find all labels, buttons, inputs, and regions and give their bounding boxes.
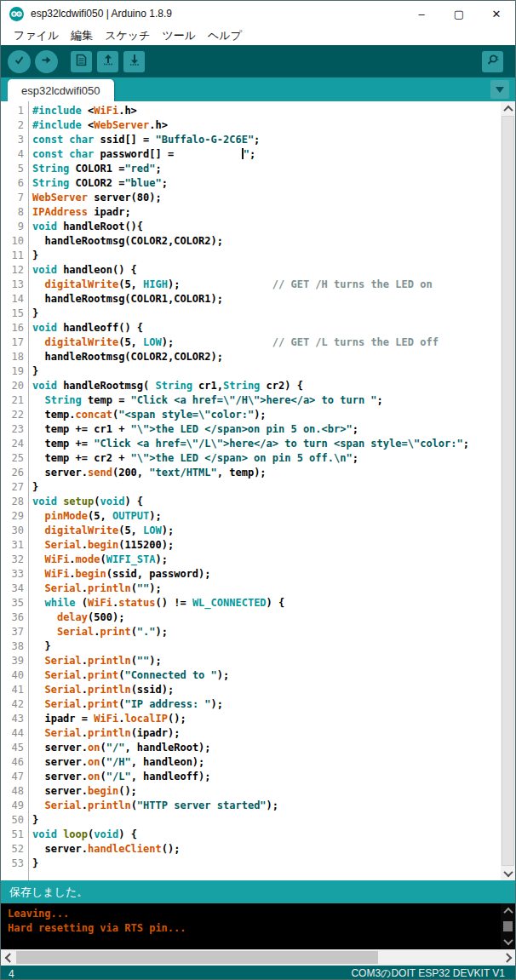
code-line[interactable]: server.handleClient(); (32, 842, 501, 857)
code-line[interactable]: void handleRoot(){ (32, 220, 501, 234)
window-title: esp32lcdwifi050 | Arduino 1.8.9 (31, 8, 403, 20)
code-line[interactable]: Serial.print("Connected to "); (32, 668, 501, 683)
editor-vertical-scrollbar[interactable] (501, 101, 515, 880)
tab-menu-button[interactable] (490, 80, 509, 99)
code-line[interactable]: void setup(void) { (32, 495, 501, 509)
code-line[interactable]: } (32, 249, 501, 263)
code-line[interactable]: String temp = "Click <a href=\"/H\">here… (32, 393, 501, 408)
editor-scroll-thumb[interactable] (502, 116, 514, 866)
code-line[interactable]: Serial.println(ipadr); (32, 726, 501, 741)
verify-button[interactable] (8, 50, 31, 73)
code-line[interactable]: Serial.begin(115200); (32, 538, 501, 553)
code-line[interactable]: temp += cr1 + "\">the LED </span>on pin … (32, 422, 501, 437)
new-sketch-button[interactable] (71, 51, 92, 72)
line-number: 29 (1, 509, 28, 524)
open-button[interactable] (97, 51, 118, 72)
maximize-button[interactable]: ▢ (440, 1, 478, 26)
code-line[interactable]: #include <WiFi.h> (32, 104, 501, 118)
code-line[interactable]: } (32, 639, 501, 654)
code-line[interactable]: } (32, 480, 501, 495)
scroll-up-icon[interactable] (501, 905, 515, 917)
scroll-right-icon[interactable] (501, 950, 515, 965)
code-line[interactable]: Serial.println(""); (32, 654, 501, 668)
tab-strip: esp32lcdwifi050 (1, 77, 515, 101)
line-number: 38 (1, 639, 28, 654)
arrow-right-icon (41, 54, 52, 69)
menu-help[interactable]: ヘルプ (202, 28, 248, 43)
scroll-down-icon[interactable] (501, 866, 515, 880)
code-line[interactable]: IPAddress ipadr; (32, 205, 501, 220)
code-line[interactable]: server.on("/L", handleoff); (32, 770, 501, 784)
close-button[interactable]: ✕ (478, 1, 515, 26)
code-line[interactable]: delay(500); (32, 610, 501, 625)
code-line[interactable]: Serial.println("HTTP server started"); (32, 799, 501, 813)
line-number-gutter: 1234567891011121314151617181920212223242… (1, 101, 29, 880)
code-line[interactable]: temp += "Click <a href=\"/L\">here</a> t… (32, 437, 501, 451)
serial-monitor-button[interactable] (482, 51, 503, 72)
code-line[interactable]: temp += cr2 + "\">the LED </span> on pin… (32, 451, 501, 466)
code-line[interactable]: digitalWrite(5, HIGH); // GET /H turns t… (32, 278, 501, 292)
code-line[interactable]: Serial.println(ssid); (32, 683, 501, 697)
code-line[interactable]: void handleoff() { (32, 321, 501, 335)
scroll-up-icon[interactable] (501, 101, 515, 116)
code-line[interactable]: server.on("/H", handleon); (32, 755, 501, 770)
code-line[interactable]: server.send(200, "text/HTML", temp); (32, 466, 501, 480)
code-line[interactable]: server.begin(); (32, 784, 501, 799)
code-line[interactable]: const char password[] = "; (32, 147, 501, 162)
code-line[interactable]: server.on("/", handleRoot); (32, 741, 501, 755)
code-line[interactable]: void handleRootmsg( String cr1,String cr… (32, 379, 501, 393)
line-number: 19 (1, 364, 28, 379)
code-line[interactable]: } (32, 307, 501, 321)
board-port-label: COM3のDOIT ESP32 DEVKIT V1 (351, 966, 505, 980)
scroll-left-icon[interactable] (1, 950, 15, 965)
line-number: 49 (1, 799, 28, 813)
menu-tools[interactable]: ツール (156, 28, 202, 43)
code-line[interactable]: while (WiFi.status() != WL_CONNECTED) { (32, 596, 501, 610)
console-line: Hard resetting via RTS pin... (8, 921, 498, 936)
code-line[interactable]: temp.concat("<span style=\"color:"); (32, 408, 501, 422)
upload-button[interactable] (35, 50, 58, 73)
line-number: 15 (1, 307, 28, 321)
code-line[interactable]: void handleon() { (32, 263, 501, 278)
code-line[interactable]: String COLOR1 ="red"; (32, 162, 501, 176)
code-line[interactable]: WebServer server(80); (32, 191, 501, 205)
code-line[interactable]: WiFi.mode(WIFI_STA); (32, 553, 501, 567)
horizontal-scroll-thumb[interactable] (16, 951, 378, 964)
line-number: 24 (1, 437, 28, 451)
code-line[interactable]: } (32, 857, 501, 871)
save-button[interactable] (123, 51, 145, 72)
code-line[interactable]: digitalWrite(5, LOW); (32, 524, 501, 538)
minimize-button[interactable]: – (403, 1, 440, 26)
code-line[interactable]: pinMode(5, OUTPUT); (32, 509, 501, 524)
code-line[interactable]: } (32, 364, 501, 379)
code-line[interactable]: String COLOR2 ="blue"; (32, 176, 501, 191)
menu-bar: ファイル 編集 スケッチ ツール ヘルプ (1, 26, 515, 45)
code-line[interactable]: handleRootmsg(COLOR1,COLOR1); (32, 292, 501, 307)
title-bar: esp32lcdwifi050 | Arduino 1.8.9 – ▢ ✕ (1, 1, 515, 26)
line-number: 23 (1, 422, 28, 437)
code-line[interactable]: WiFi.begin(ssid, password); (32, 567, 501, 582)
line-number: 13 (1, 278, 28, 292)
code-line[interactable]: Serial.println(""); (32, 582, 501, 596)
code-line[interactable]: Serial.print("IP address: "); (32, 697, 501, 712)
code-line[interactable]: } (32, 813, 501, 828)
console-vertical-scrollbar[interactable] (501, 903, 515, 949)
tab-esp32lcdwifi050[interactable]: esp32lcdwifi050 (8, 79, 114, 101)
menu-sketch[interactable]: スケッチ (99, 28, 156, 43)
code-line[interactable]: handleRootmsg(COLOR2,COLOR2); (32, 350, 501, 364)
code-editor[interactable]: 1234567891011121314151617181920212223242… (1, 101, 515, 880)
code-line[interactable]: Serial.print("."); (32, 625, 501, 639)
console-scroll-thumb[interactable] (503, 921, 513, 931)
horizontal-scrollbar[interactable] (1, 949, 515, 966)
code-area[interactable]: #include <WiFi.h>#include <WebServer.h>c… (29, 101, 501, 880)
menu-edit[interactable]: 編集 (65, 28, 99, 43)
code-line[interactable]: #include <WebServer.h> (32, 118, 501, 133)
code-line[interactable]: digitalWrite(5, LOW); // GET /L turns th… (32, 335, 501, 350)
code-line[interactable]: handleRootmsg(COLOR2,COLOR2); (32, 234, 501, 249)
code-line[interactable]: const char ssid[] = "Buffalo-G-2C6E"; (32, 133, 501, 147)
console-line: Leaving... (8, 907, 498, 921)
menu-file[interactable]: ファイル (8, 28, 65, 43)
code-line[interactable]: ipadr = WiFi.localIP(); (32, 712, 501, 726)
scroll-down-icon[interactable] (501, 936, 515, 948)
code-line[interactable]: void loop(void) { (32, 828, 501, 842)
